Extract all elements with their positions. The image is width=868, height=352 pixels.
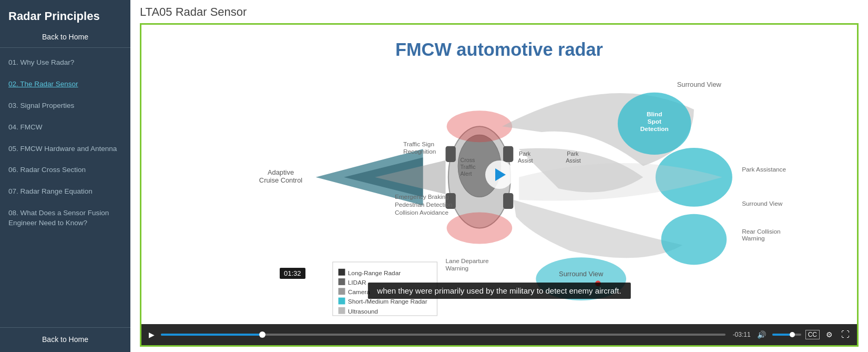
progress-played [161, 334, 262, 336]
svg-rect-50 [339, 298, 345, 305]
volume-track[interactable] [772, 334, 801, 336]
sidebar-nav-item[interactable]: 01. Why Use Radar? [0, 52, 130, 74]
svg-rect-7 [503, 193, 513, 209]
svg-text:Blind: Blind [647, 110, 662, 118]
svg-text:Traffic: Traffic [460, 164, 476, 170]
video-controls: ▶ -03:11 🔊 CC ⚙ ⛶ [141, 324, 857, 345]
captions-button[interactable]: CC [805, 330, 820, 339]
back-home-top-button[interactable]: Back to Home [0, 28, 130, 48]
svg-rect-4 [446, 146, 456, 162]
progress-area[interactable] [161, 324, 726, 345]
svg-text:Long-Range Radar: Long-Range Radar [348, 269, 401, 277]
svg-text:Surround View: Surround View [559, 270, 604, 278]
svg-text:Park Assistance: Park Assistance [742, 166, 786, 173]
svg-point-29 [661, 214, 727, 265]
svg-rect-48 [339, 288, 345, 295]
timestamp-tooltip: 01:32 [280, 268, 305, 279]
fullscreen-button[interactable]: ⛶ [839, 329, 852, 340]
svg-text:Cross: Cross [460, 157, 475, 163]
video-container: FMCW automotive radar [140, 23, 859, 347]
sidebar-nav-item[interactable]: 08. What Does a Sensor Fusion Engineer N… [0, 203, 130, 234]
settings-button[interactable]: ⚙ [824, 329, 835, 340]
svg-point-9 [447, 212, 513, 244]
svg-text:Emergency Braking: Emergency Braking [395, 193, 449, 200]
progress-track[interactable] [161, 334, 726, 336]
svg-text:Warning: Warning [742, 235, 765, 242]
svg-text:Collision Avoidance: Collision Avoidance [395, 209, 449, 216]
svg-text:Assist: Assist [518, 157, 533, 164]
svg-text:Detection: Detection [640, 125, 669, 133]
nav-list: 01. Why Use Radar?02. The Radar Sensor03… [0, 48, 130, 327]
time-remaining: -03:11 [733, 331, 751, 338]
svg-rect-5 [503, 146, 513, 162]
svg-text:Surround View: Surround View [742, 200, 783, 207]
svg-rect-44 [339, 269, 345, 276]
sidebar-nav-item[interactable]: 04. FMCW [0, 117, 130, 138]
svg-rect-52 [339, 307, 345, 314]
app-title: Radar Principles [0, 0, 130, 28]
sidebar-nav-item[interactable]: 06. Radar Cross Section [0, 159, 130, 181]
svg-text:Pedestrian Detection: Pedestrian Detection [395, 201, 453, 208]
svg-text:FMCW automotive radar: FMCW automotive radar [395, 39, 603, 59]
svg-text:Lane Departure: Lane Departure [446, 257, 489, 265]
svg-text:Recognition: Recognition [403, 148, 436, 155]
volume-thumb [790, 332, 795, 337]
svg-text:Short-/Medium Range Radar: Short-/Medium Range Radar [348, 298, 427, 305]
svg-text:Camera: Camera [348, 288, 370, 296]
back-home-bottom-button[interactable]: Back to Home [0, 327, 130, 352]
svg-text:Alert: Alert [460, 170, 472, 177]
sidebar-nav-item[interactable]: 05. FMCW Hardware and Antenna [0, 138, 130, 160]
svg-text:Warning: Warning [446, 265, 469, 272]
subtitle-bar: when they were primarily used by the mil… [367, 283, 630, 299]
main-content: LTA05 Radar Sensor FMCW automotive radar [130, 0, 868, 352]
svg-text:Ultrasound: Ultrasound [348, 308, 378, 315]
svg-text:Adaptive: Adaptive [268, 168, 294, 176]
sidebar-nav-item[interactable]: 03. Signal Properties [0, 95, 130, 117]
video-frame: FMCW automotive radar [141, 25, 857, 324]
svg-text:Traffic Sign: Traffic Sign [403, 140, 434, 148]
svg-text:Park: Park [519, 150, 531, 157]
svg-text:LIDAR: LIDAR [348, 279, 366, 286]
svg-text:Assist: Assist [566, 157, 581, 164]
sidebar-nav-item[interactable]: 07. Radar Range Equation [0, 181, 130, 203]
svg-text:Surround View: Surround View [677, 81, 722, 88]
page-title: LTA05 Radar Sensor [130, 0, 868, 23]
sidebar: Radar Principles Back to Home 01. Why Us… [0, 0, 130, 352]
volume-button[interactable]: 🔊 [755, 329, 768, 340]
svg-text:Cruise Control: Cruise Control [259, 176, 302, 184]
svg-text:Spot: Spot [648, 118, 661, 125]
progress-thumb [259, 331, 265, 338]
play-pause-button[interactable]: ▶ [147, 329, 157, 340]
svg-rect-46 [339, 278, 345, 285]
svg-text:Park: Park [567, 150, 579, 157]
play-button[interactable] [485, 160, 514, 189]
sidebar-nav-item[interactable]: 02. The Radar Sensor [0, 74, 130, 95]
